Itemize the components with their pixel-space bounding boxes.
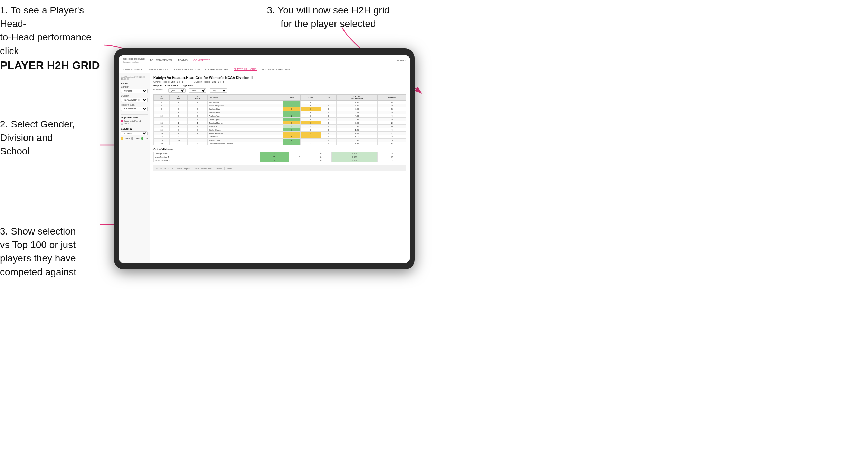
cell-opponent: Sharon Mun	[208, 111, 283, 114]
cell-reg: 2	[170, 135, 188, 139]
cell-loss: 0	[301, 114, 321, 118]
cell-reg: 7	[170, 125, 188, 128]
redo-icon[interactable]: ↪	[160, 167, 162, 170]
player-rank-label: Player (Rank)	[121, 104, 148, 106]
col-opponent: Opponent	[208, 95, 283, 101]
cell-win: 0	[283, 135, 301, 139]
cell-loss: 2	[301, 125, 321, 128]
cell-div: 10	[154, 114, 170, 118]
gender-select[interactable]: Women's	[121, 89, 148, 93]
share-btn[interactable]: Share	[227, 168, 232, 170]
cell-win: 2	[283, 114, 301, 118]
sub-nav-player-summary[interactable]: PLAYER SUMMARY	[205, 68, 229, 71]
cell-opponent: Andrea York	[208, 114, 283, 118]
table-row: 19 10 6 Emily Chang 4 1 0 0.30 11	[154, 139, 406, 142]
table-row: 15 8 5 Stella Cheng 1 0 0 1.25 4	[154, 128, 406, 132]
cell-conf: 4	[187, 125, 207, 128]
sub-nav-team-summary[interactable]: TEAM SUMMARY	[123, 68, 144, 71]
sub-nav-player-heatmap[interactable]: PLAYER H2H HEATMAP	[262, 68, 291, 71]
opponent-filter-label: Opponent	[182, 84, 193, 87]
copy-icon[interactable]: ⧉	[168, 167, 169, 170]
nav-teams[interactable]: TEAMS	[178, 58, 188, 63]
toolbar-sep2	[192, 167, 192, 170]
nav-tournaments[interactable]: TOURNAMENTS	[150, 58, 172, 63]
watch-btn[interactable]: Watch	[216, 168, 222, 170]
cell-rounds: 2	[378, 121, 406, 125]
overall-record: Overall Record: 353 - 34 - 6	[153, 80, 183, 83]
view-original-btn[interactable]: View: Original	[177, 168, 190, 170]
division-label: Division	[121, 95, 148, 97]
cell-rounds: 4	[378, 114, 406, 118]
cell-opponent: Stella Cheng	[208, 128, 283, 132]
cell-rounds: 11	[378, 139, 406, 142]
nav-committee[interactable]: COMMITTEE	[193, 58, 211, 63]
colour-select[interactable]: Win/loss	[121, 131, 148, 135]
instruction-top-left: 1. To see a Player's Head- to-Head perfo…	[0, 3, 111, 73]
cell-tie: 0	[321, 142, 336, 145]
cell-div: 20	[154, 142, 170, 145]
radio-top100[interactable]: Top 100	[121, 123, 148, 125]
conf-select[interactable]: (All)	[189, 88, 206, 93]
cell-conf: 7	[187, 142, 207, 145]
cell-div: 11	[154, 118, 170, 121]
cell-out-diff: 4.500	[332, 152, 378, 155]
cell-div: 18	[154, 135, 170, 139]
region-filter: Region	[153, 84, 162, 87]
cell-loss: 0	[301, 128, 321, 132]
sub-nav: TEAM SUMMARY TEAM H2H GRID TEAM H2H HEAT…	[119, 66, 410, 73]
cell-rounds: 3	[378, 107, 406, 111]
table-row: 20 11 7 Federica Domecq Lacroze 2 1 0 1.…	[154, 142, 406, 145]
undo-icon[interactable]: ↩	[156, 167, 158, 170]
col-div: #Div	[154, 95, 170, 101]
radio-opponents-played[interactable]: Opponents Played	[121, 120, 148, 122]
sub-nav-team-heatmap[interactable]: TEAM H2H HEATMAP	[174, 68, 200, 71]
save-custom-btn[interactable]: Save Custom View	[195, 168, 212, 170]
cell-loss: 1	[301, 142, 321, 145]
cell-diff: 1.25	[336, 128, 378, 132]
conference-filter: Conference	[165, 84, 179, 87]
toolbar-sep3	[214, 167, 214, 170]
radio-label-2: Top 100	[124, 123, 131, 125]
cell-reg: 2	[170, 104, 188, 107]
nav-items: TOURNAMENTS TEAMS COMMITTEE	[150, 58, 397, 63]
app-nav: SCOREBOARD Powered by clippd TOURNAMENTS…	[119, 55, 410, 66]
table-row: 10 6 3 Andrea York 2 0 0 4.00 4	[154, 114, 406, 118]
cell-out-rounds: 10	[378, 159, 406, 162]
cell-out-diff: 9.267	[332, 155, 378, 159]
cell-conf: 3	[187, 107, 207, 111]
cell-out-tie: 0	[310, 159, 332, 162]
division-select[interactable]: NCAA Division III	[121, 98, 148, 102]
cell-win: 4	[283, 139, 301, 142]
opp-select[interactable]: (All)	[210, 88, 227, 93]
legend-up-label: Up	[145, 137, 148, 140]
cell-diff: 1.50	[336, 101, 378, 104]
cell-reg: 3	[170, 107, 188, 111]
col-rounds: Rounds	[378, 95, 406, 101]
cell-reg: 2	[170, 118, 188, 121]
opponents-select[interactable]: (All)	[168, 88, 186, 93]
refresh-icon[interactable]: ⟳	[171, 167, 173, 170]
cell-loss: 0	[301, 101, 321, 104]
undo2-icon[interactable]: ↩	[164, 167, 166, 170]
opponent-filter: Opponent	[182, 84, 193, 87]
cell-reg: 11	[170, 142, 188, 145]
sub-nav-team-h2h-grid[interactable]: TEAM H2H GRID	[149, 68, 169, 71]
colour-legend: Down Level Up	[121, 137, 148, 140]
out-division-row: NCAA Division 2 5 0 0 7.400 10	[154, 159, 406, 162]
cell-diff: 3.67	[336, 111, 378, 114]
cell-loss: 0	[301, 104, 321, 107]
cell-tie: 0	[321, 132, 336, 135]
cell-div: 19	[154, 139, 170, 142]
sub-nav-player-h2h-grid[interactable]: PLAYER H2H GRID	[234, 68, 257, 71]
col-loss: Loss	[301, 95, 321, 101]
nav-sign-out[interactable]: Sign out	[397, 59, 406, 62]
player-rank-select[interactable]: 8. Katelyn Vo	[121, 107, 148, 111]
cell-win: 1	[283, 101, 301, 104]
cell-out-win: 5	[260, 159, 289, 162]
cell-div: 9	[154, 111, 170, 114]
cell-tie: 0	[321, 104, 336, 107]
toolbar-sep4	[224, 167, 225, 170]
panel-timestamp: Last Updated: 27/03/202416:55:38	[121, 76, 148, 80]
cell-win: 1	[283, 128, 301, 132]
cell-diff: 4.00	[336, 114, 378, 118]
